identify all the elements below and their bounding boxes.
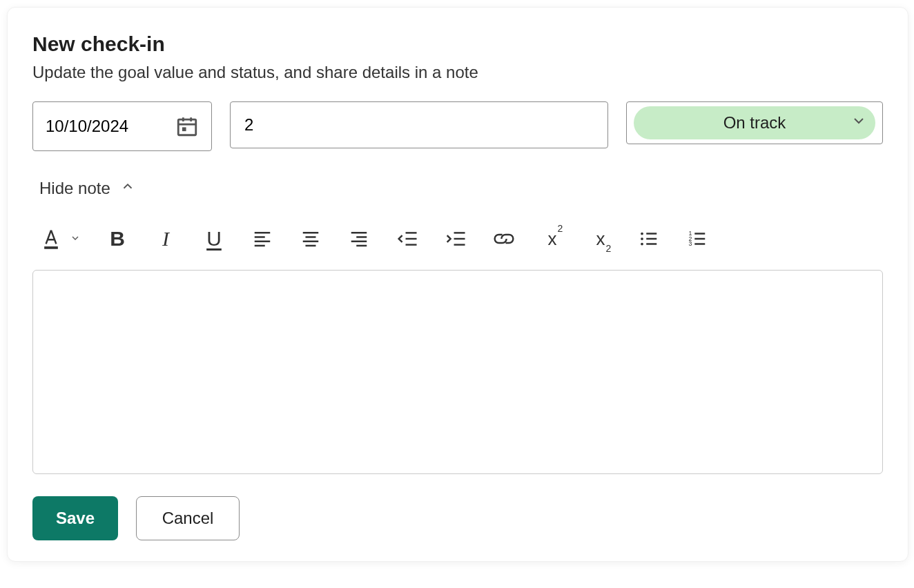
font-color-icon [39,227,63,251]
underline-button[interactable]: U [202,227,226,251]
chevron-down-icon [850,112,867,133]
cancel-button[interactable]: Cancel [136,496,240,540]
calendar-icon[interactable] [175,115,199,138]
check-in-card: New check-in Update the goal value and s… [7,7,908,562]
rich-text-toolbar: B I U [32,227,883,270]
status-badge: On track [634,106,875,139]
hide-note-toggle[interactable]: Hide note [39,179,135,198]
align-center-button[interactable] [299,227,322,251]
bulleted-list-button[interactable] [637,227,661,251]
date-input[interactable] [32,101,212,151]
status-select[interactable]: On track [626,101,883,144]
hide-note-label: Hide note [39,179,110,198]
bold-button[interactable]: B [106,227,129,251]
superscript-button[interactable]: x2 [541,227,564,251]
subscript-button[interactable]: x2 [589,227,612,251]
svg-rect-4 [182,127,186,131]
svg-point-26 [641,237,643,240]
svg-rect-0 [178,119,196,135]
link-button[interactable] [492,227,516,251]
svg-point-24 [641,233,643,235]
align-left-button[interactable] [251,227,274,251]
value-input[interactable] [230,101,608,148]
outdent-button[interactable] [396,227,419,251]
save-button[interactable]: Save [32,496,118,540]
svg-point-28 [641,243,643,246]
numbered-list-button[interactable]: 1 2 3 [686,227,709,251]
svg-rect-5 [44,246,58,249]
note-textarea[interactable] [32,270,883,474]
card-title: New check-in [32,32,883,56]
italic-button[interactable]: I [154,227,177,251]
font-color-button[interactable] [39,227,81,251]
align-right-button[interactable] [347,227,371,251]
chevron-down-icon [70,230,81,248]
value-field[interactable] [244,115,594,135]
svg-text:3: 3 [689,240,692,247]
date-field[interactable] [46,117,156,136]
chevron-up-icon [120,179,135,198]
indent-button[interactable] [444,227,467,251]
buttons-row: Save Cancel [32,496,883,540]
card-subtitle: Update the goal value and status, and sh… [32,63,883,82]
inputs-row: On track [32,101,883,151]
